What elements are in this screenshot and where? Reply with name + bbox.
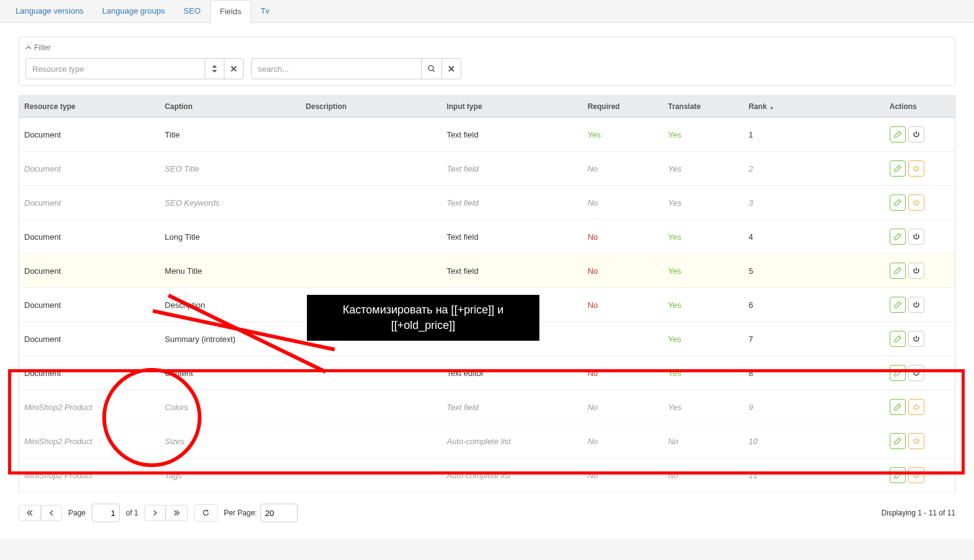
header-resource-type[interactable]: Resource type [19, 96, 160, 118]
search-group [251, 58, 461, 79]
tab-language-versions[interactable]: Language versions [6, 0, 93, 22]
cell-description [301, 186, 441, 220]
search-input[interactable] [251, 58, 422, 79]
power-button[interactable] [908, 263, 924, 279]
tabs-bar: Language versionsLanguage groupsSEOField… [0, 0, 974, 23]
cell-required: No [583, 288, 663, 322]
power-icon [913, 335, 920, 343]
edit-icon [894, 165, 901, 172]
last-page-button[interactable] [166, 505, 188, 521]
cell-input-type: Text field [441, 118, 582, 152]
cell-caption: Menu Title [160, 254, 301, 288]
header-description[interactable]: Description [301, 96, 441, 118]
display-count: Displaying 1 - 11 of 11 [882, 509, 955, 517]
cell-rank: 4 [743, 220, 884, 254]
refresh-icon [202, 509, 210, 517]
edit-button[interactable] [890, 297, 906, 313]
header-translate[interactable]: Translate [663, 96, 744, 118]
cell-description [301, 288, 441, 322]
cell-actions [885, 288, 955, 322]
cell-required: No [583, 220, 663, 254]
power-button[interactable] [908, 297, 924, 313]
per-page-label: Per Page: [224, 509, 257, 517]
cell-description [301, 118, 441, 152]
cell-resource-type: Document [19, 322, 160, 356]
cell-actions [885, 186, 955, 220]
double-chevron-left-icon [27, 510, 33, 516]
power-button[interactable] [908, 195, 924, 211]
cell-translate: Yes [663, 288, 744, 322]
cell-resource-type: Document [19, 254, 160, 288]
cell-rank: 5 [743, 254, 884, 288]
table-row[interactable]: DocumentLong TitleText fieldNoYes4 [19, 220, 955, 254]
next-page-button[interactable] [144, 505, 166, 521]
header-rank[interactable]: Rank ▲ [743, 96, 884, 118]
power-button[interactable] [908, 126, 924, 142]
edit-button[interactable] [890, 195, 906, 211]
prev-page-button[interactable] [41, 505, 62, 521]
power-button[interactable] [908, 229, 924, 245]
search-button[interactable] [422, 58, 442, 79]
cell-input-type: Text area [441, 288, 582, 322]
edit-button[interactable] [890, 160, 906, 177]
cell-required: Yes [583, 118, 663, 152]
tab-language-groups[interactable]: Language groups [93, 0, 174, 22]
power-button[interactable] [908, 160, 924, 177]
power-button[interactable] [908, 331, 924, 347]
annotation-rect [8, 369, 965, 475]
sort-icon [211, 65, 218, 72]
edit-button[interactable] [890, 126, 906, 142]
table-row[interactable]: DocumentTitleText fieldYesYes1 [19, 118, 955, 152]
filter-label: Filter [34, 43, 51, 52]
chevron-right-icon [153, 510, 157, 516]
edit-button[interactable] [890, 229, 906, 245]
header-caption[interactable]: Caption [160, 96, 301, 118]
cell-input-type [441, 322, 582, 356]
table-row[interactable]: DocumentDescriptionText areaNoYes6 [19, 288, 955, 322]
refresh-button[interactable] [194, 504, 218, 522]
cell-caption: SEO Keywords [160, 186, 301, 220]
cell-translate: Yes [663, 254, 744, 288]
edit-button[interactable] [890, 263, 906, 279]
power-icon [913, 301, 920, 308]
cell-input-type: Text field [441, 220, 582, 254]
tab-seo[interactable]: SEO [174, 0, 210, 22]
cell-required: No [583, 254, 663, 288]
cell-caption: SEO Title [160, 152, 301, 186]
table-row[interactable]: DocumentMenu TitleText fieldNoYes5 [19, 254, 955, 288]
filter-row [25, 58, 949, 79]
tab-tv[interactable]: Tv [251, 0, 278, 22]
search-icon [428, 65, 435, 72]
header-input-type[interactable]: Input type [441, 96, 582, 118]
sort-button[interactable] [205, 58, 224, 79]
chevron-left-icon [49, 510, 54, 516]
close-icon [448, 66, 454, 72]
edit-icon [894, 199, 901, 206]
power-icon [913, 267, 920, 274]
cell-actions [885, 118, 955, 152]
filter-header[interactable]: Filter [25, 43, 949, 52]
table-row[interactable]: DocumentSummary (introtext)Yes7 [19, 322, 955, 356]
cell-input-type: Text field [441, 152, 582, 186]
close-icon [231, 66, 237, 72]
table-row[interactable]: DocumentSEO TitleText fieldNoYes2 [19, 152, 955, 186]
page-label: Page [68, 509, 86, 517]
first-page-button[interactable] [19, 505, 41, 521]
clear-search-button[interactable] [442, 58, 461, 79]
header-required[interactable]: Required [583, 96, 663, 118]
clear-resource-type-button[interactable] [224, 58, 244, 79]
power-icon [913, 233, 920, 240]
cell-translate: Yes [663, 118, 744, 152]
table-row[interactable]: DocumentSEO KeywordsText fieldNoYes3 [19, 186, 955, 220]
cell-resource-type: Document [19, 118, 160, 152]
tab-fields[interactable]: Fields [210, 0, 252, 23]
cell-required: No [583, 186, 663, 220]
resource-type-group [25, 58, 244, 79]
chevron-up-icon [25, 45, 32, 51]
resource-type-select[interactable] [25, 58, 205, 79]
edit-icon [894, 233, 901, 240]
page-input[interactable] [92, 504, 120, 522]
edit-button[interactable] [890, 331, 906, 347]
header-actions: Actions [885, 96, 955, 118]
per-page-input[interactable] [260, 504, 298, 522]
